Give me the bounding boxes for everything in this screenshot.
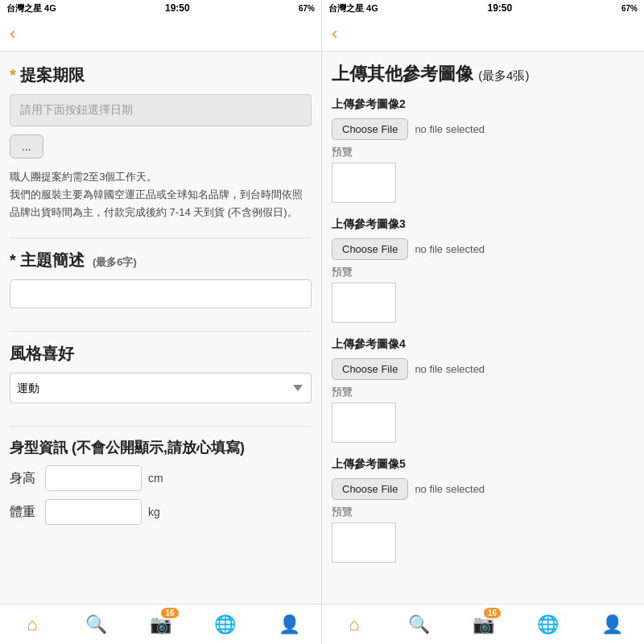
- upload-group-5-label: 上傳參考圖像5: [332, 457, 634, 472]
- left-status-bar: 台灣之星 4G 19:50 67%: [0, 0, 321, 16]
- height-unit: cm: [148, 472, 163, 485]
- right-tab-home[interactable]: ⌂: [322, 605, 386, 644]
- upload-group-4: 上傳參考圖像4 Choose File no file selected 預覽: [332, 337, 634, 443]
- no-file-text-4: no file selected: [415, 363, 485, 375]
- weight-label: 體重: [10, 504, 39, 521]
- right-status-battery: 67%: [621, 4, 638, 13]
- theme-subtitle: (最多6字): [93, 256, 137, 268]
- globe-icon: 🌐: [214, 614, 236, 635]
- right-tab-globe[interactable]: 🌐: [515, 605, 580, 644]
- proposal-title-text: 提案期限: [20, 66, 85, 84]
- upload-group-3: 上傳參考圖像3 Choose File no file selected 預覽: [332, 217, 634, 323]
- file-input-row-4: Choose File no file selected: [332, 358, 634, 380]
- theme-title-text: 主題簡述: [20, 251, 85, 269]
- upload-group-4-label: 上傳參考圖像4: [332, 337, 634, 352]
- preview-label-4: 預覽: [332, 385, 634, 399]
- battery-text: 67%: [299, 4, 315, 13]
- preview-label-5: 預覽: [332, 505, 634, 519]
- right-phone-panel: 台灣之星 4G 19:50 67% ‹ 上傳其他參考圖像 (最多4張) 上傳參考…: [322, 0, 644, 644]
- upload-title-sub: (最多4張): [478, 68, 529, 82]
- divider-3: [10, 426, 312, 427]
- right-status-time: 19:50: [488, 2, 513, 14]
- right-profile-icon: 👤: [601, 614, 623, 635]
- file-input-row-5: Choose File no file selected: [332, 478, 634, 500]
- tab-home[interactable]: ⌂: [0, 605, 64, 644]
- proposal-section-title: * 提案期限: [10, 64, 312, 86]
- no-file-text-5: no file selected: [415, 483, 485, 495]
- profile-icon: 👤: [279, 614, 300, 635]
- left-status-carrier: 台灣之星 4G: [6, 2, 56, 14]
- left-tab-bar: ⌂ 🔍 📷 16 🌐 👤: [0, 604, 321, 644]
- right-status-bar: 台灣之星 4G 19:50 67%: [322, 0, 644, 16]
- no-file-text-2: no file selected: [415, 123, 485, 135]
- theme-asterisk: *: [10, 251, 20, 269]
- left-status-battery: 67%: [299, 4, 315, 13]
- no-file-text-3: no file selected: [415, 243, 485, 255]
- right-home-icon: ⌂: [349, 614, 359, 635]
- tab-profile[interactable]: 👤: [257, 605, 321, 644]
- right-scroll-content: 上傳其他參考圖像 (最多4張) 上傳參考圖像2 Choose File no f…: [322, 52, 644, 604]
- right-tab-profile[interactable]: 👤: [580, 605, 644, 644]
- right-tab-search[interactable]: 🔍: [386, 605, 451, 644]
- right-search-icon: 🔍: [408, 614, 430, 635]
- camera-badge: 16: [161, 608, 178, 618]
- preview-box-4: [332, 402, 396, 443]
- proposal-asterisk: *: [10, 66, 16, 84]
- preview-label-2: 預覽: [332, 145, 634, 159]
- left-phone-panel: 台灣之星 4G 19:50 67% ‹ * 提案期限 請用下面按鈕選擇日期 ..…: [0, 0, 322, 644]
- theme-input[interactable]: [10, 279, 312, 308]
- upload-main-title: 上傳其他參考圖像 (最多4張): [332, 63, 634, 86]
- left-nav-bar: ‹: [0, 16, 321, 52]
- tab-search[interactable]: 🔍: [64, 605, 129, 644]
- tab-camera[interactable]: 📷 16: [129, 605, 193, 644]
- tab-globe[interactable]: 🌐: [192, 605, 257, 644]
- right-status-carrier: 台灣之星 4G: [328, 2, 378, 14]
- back-button[interactable]: ‹: [10, 23, 15, 44]
- choose-file-button-4[interactable]: Choose File: [332, 358, 408, 380]
- style-select[interactable]: 運動 休閒 正式 街頭: [10, 373, 312, 403]
- file-input-row-3: Choose File no file selected: [332, 238, 634, 260]
- file-input-row-2: Choose File no file selected: [332, 118, 634, 140]
- theme-section-title: * 主題簡述 (最多6字): [10, 250, 312, 271]
- date-placeholder-box: 請用下面按鈕選擇日期: [10, 94, 312, 126]
- height-label: 身高: [10, 470, 39, 487]
- upload-group-2-label: 上傳參考圖像2: [332, 97, 634, 112]
- right-back-button[interactable]: ‹: [332, 23, 337, 44]
- height-input[interactable]: [45, 465, 142, 491]
- right-carrier-text: 台灣之星 4G: [328, 2, 378, 14]
- body-section-title: 身型資訊 (不會公開顯示,請放心填寫): [10, 438, 312, 457]
- right-camera-badge: 16: [484, 608, 501, 618]
- divider-1: [10, 237, 312, 238]
- choose-file-button-3[interactable]: Choose File: [332, 238, 408, 260]
- right-nav-bar: ‹: [322, 16, 644, 52]
- preview-box-2: [332, 163, 396, 203]
- weight-row: 體重 kg: [10, 499, 312, 525]
- proposal-info-text: 職人團提案約需2至3個工作天。 我們的服裝主要為韓國空運正品或全球知名品牌，到台…: [10, 168, 312, 221]
- preview-box-5: [332, 522, 396, 563]
- upload-group-3-label: 上傳參考圖像3: [332, 217, 634, 232]
- preview-label-3: 預覽: [332, 265, 634, 279]
- choose-file-button-2[interactable]: Choose File: [332, 118, 408, 140]
- carrier-text: 台灣之星 4G: [6, 2, 56, 14]
- date-picker-button[interactable]: ...: [10, 134, 43, 159]
- home-icon: ⌂: [27, 614, 37, 635]
- upload-title-text: 上傳其他參考圖像: [332, 64, 473, 84]
- right-tab-bar: ⌂ 🔍 📷 16 🌐 👤: [322, 604, 644, 644]
- search-icon: 🔍: [85, 614, 107, 635]
- left-status-time: 19:50: [165, 2, 190, 14]
- weight-unit: kg: [148, 506, 160, 518]
- height-row: 身高 cm: [10, 465, 312, 491]
- weight-input[interactable]: [45, 499, 142, 525]
- left-scroll-content: * 提案期限 請用下面按鈕選擇日期 ... 職人團提案約需2至3個工作天。 我們…: [0, 52, 321, 604]
- upload-group-5: 上傳參考圖像5 Choose File no file selected 預覽: [332, 457, 634, 563]
- right-battery-text: 67%: [621, 4, 638, 13]
- preview-box-3: [332, 283, 396, 323]
- right-tab-camera[interactable]: 📷 16: [451, 605, 515, 644]
- style-section-title: 風格喜好: [10, 343, 312, 365]
- choose-file-button-5[interactable]: Choose File: [332, 478, 408, 500]
- divider-2: [10, 331, 312, 332]
- upload-group-2: 上傳參考圖像2 Choose File no file selected 預覽: [332, 97, 634, 203]
- right-globe-icon: 🌐: [537, 614, 559, 635]
